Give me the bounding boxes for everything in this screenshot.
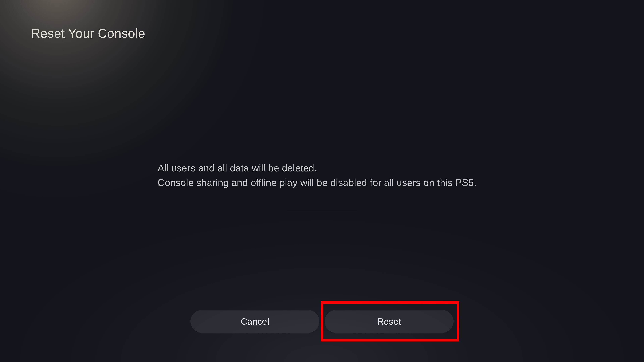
reset-button-wrapper: Reset xyxy=(324,310,454,333)
page-title: Reset Your Console xyxy=(31,26,145,40)
warning-line-1: All users and all data will be deleted. xyxy=(158,161,627,175)
floor-glow-effect xyxy=(0,211,644,362)
cancel-button[interactable]: Cancel xyxy=(190,310,320,333)
button-row: Cancel Reset xyxy=(190,310,454,333)
reset-button[interactable]: Reset xyxy=(324,310,454,333)
warning-line-2: Console sharing and offline play will be… xyxy=(158,175,627,190)
warning-message: All users and all data will be deleted. … xyxy=(158,161,627,190)
